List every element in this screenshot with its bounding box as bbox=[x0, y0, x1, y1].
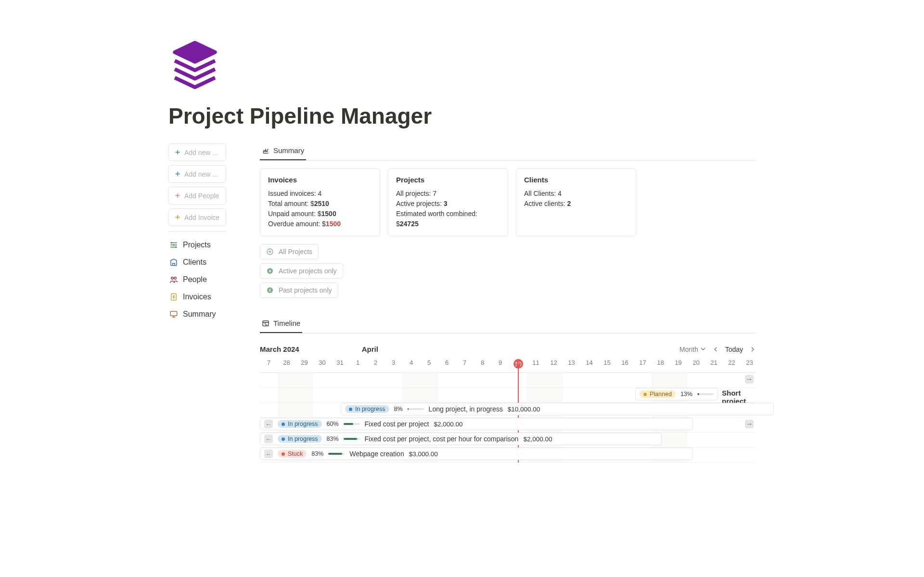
arrow-left-icon: ← bbox=[264, 449, 273, 458]
building-icon bbox=[169, 258, 178, 267]
filter-all-projects[interactable]: All Projects bbox=[260, 244, 319, 259]
status-badge: In progress bbox=[278, 420, 322, 428]
project-cost: $2,000.00 bbox=[434, 421, 462, 428]
timeline-day: 31 bbox=[331, 359, 349, 369]
progress-bar bbox=[344, 423, 360, 425]
nav-summary[interactable]: Summary bbox=[168, 308, 226, 321]
presentation-icon bbox=[169, 310, 178, 319]
card-title: Projects bbox=[396, 176, 500, 184]
plus-icon: ＋ bbox=[174, 212, 180, 222]
timeline-day: 28 bbox=[278, 359, 295, 369]
timeline-day: 5 bbox=[420, 359, 438, 369]
nav-invoices[interactable]: Invoices bbox=[168, 290, 226, 304]
timeline-item[interactable]: ←In progress83%Fixed cost per project, c… bbox=[260, 433, 662, 445]
timeline-day: 22 bbox=[723, 359, 741, 369]
progress-percent: 83% bbox=[311, 450, 323, 457]
timeline-item[interactable]: Planned13% bbox=[635, 388, 718, 400]
timeline-day: 13 bbox=[563, 359, 580, 369]
timeline-day: 4 bbox=[402, 359, 420, 369]
plus-icon: ＋ bbox=[174, 169, 180, 179]
timeline-day: 7 bbox=[260, 359, 278, 369]
card-title: Invoices bbox=[268, 176, 372, 184]
arrow-left-icon: ← bbox=[264, 420, 273, 428]
project-title: Fixed cost per project bbox=[365, 420, 429, 428]
progress-bar bbox=[328, 453, 345, 455]
card-projects[interactable]: Projects All projects: 7 Active projects… bbox=[388, 168, 508, 236]
progress-percent: 13% bbox=[680, 391, 693, 397]
chart-icon bbox=[262, 147, 270, 154]
project-title: Webpage creation bbox=[349, 450, 404, 458]
timeline-row: Planned13%Short project, bbox=[260, 388, 756, 403]
plus-circle-icon bbox=[266, 248, 274, 256]
status-badge: In progress bbox=[345, 405, 389, 413]
timeline-day: 8 bbox=[474, 359, 491, 369]
timeline-day: 15 bbox=[598, 359, 616, 369]
people-icon bbox=[169, 275, 178, 284]
sidebar: ＋Add new ... ＋Add new ... ＋Add People ＋A… bbox=[168, 143, 226, 462]
view-selector[interactable]: Month bbox=[680, 346, 706, 353]
timeline-day: 16 bbox=[616, 359, 634, 369]
progress-bar bbox=[408, 408, 424, 410]
timeline-item[interactable]: In progress8%Long project, in progress$1… bbox=[341, 403, 774, 415]
month-label-2: April bbox=[362, 345, 378, 353]
card-title: Clients bbox=[524, 176, 628, 184]
month-label-1: March 2024 bbox=[260, 345, 299, 353]
filter-active-projects[interactable]: Active projects only bbox=[260, 263, 343, 279]
page-title: Project Pipeline Manager bbox=[168, 103, 756, 129]
card-invoices[interactable]: Invoices Issued invoices: 4 Total amount… bbox=[260, 168, 380, 236]
chevron-right-icon[interactable] bbox=[750, 346, 756, 352]
card-clients[interactable]: Clients All Clients: 4 Active clients: 2 bbox=[516, 168, 636, 236]
invoice-icon bbox=[169, 293, 178, 301]
arrow-right-icon[interactable]: → bbox=[745, 420, 754, 428]
timeline-day: 1 bbox=[349, 359, 367, 369]
timeline-day: 12 bbox=[545, 359, 563, 369]
timeline-icon bbox=[262, 320, 270, 327]
timeline-day: 18 bbox=[652, 359, 669, 369]
add-new-button-1[interactable]: ＋Add new ... bbox=[168, 143, 226, 161]
tab-summary[interactable]: Summary bbox=[260, 143, 306, 160]
project-cost: $3,000.00 bbox=[409, 450, 438, 458]
today-button[interactable]: Today bbox=[725, 346, 743, 353]
project-cost: $2,000.00 bbox=[523, 436, 552, 443]
plus-icon: ＋ bbox=[174, 147, 180, 157]
arrow-right-icon[interactable]: → bbox=[745, 375, 754, 384]
filter-past-projects[interactable]: Past projects only bbox=[260, 282, 338, 298]
timeline-tab-bar: Timeline bbox=[260, 316, 756, 333]
timeline-day: 14 bbox=[580, 359, 598, 369]
project-cost: $10,000.00 bbox=[508, 406, 540, 413]
timeline-row: In progress8%Long project, in progress$1… bbox=[260, 403, 756, 418]
status-badge: Planned bbox=[640, 390, 676, 398]
nav-people[interactable]: People bbox=[168, 273, 226, 286]
add-new-button-2[interactable]: ＋Add new ... bbox=[168, 165, 226, 183]
tab-timeline[interactable]: Timeline bbox=[260, 316, 302, 333]
page-icon bbox=[168, 38, 756, 93]
chevron-down-icon bbox=[700, 346, 706, 352]
timeline-item[interactable]: ←In progress60%Fixed cost per project$2,… bbox=[260, 418, 693, 430]
timeline-row: ←Stuck83%Webpage creation$3,000.00 bbox=[260, 448, 756, 462]
timeline-day: 7 bbox=[456, 359, 474, 369]
timeline-row: ←In progress60%Fixed cost per project$2,… bbox=[260, 418, 756, 433]
timeline-day: 30 bbox=[313, 359, 331, 369]
plus-icon: ＋ bbox=[174, 191, 180, 201]
chevron-left-icon[interactable] bbox=[713, 346, 719, 352]
status-badge: In progress bbox=[278, 435, 322, 443]
nav-clients[interactable]: Clients bbox=[168, 256, 226, 269]
nav-projects[interactable]: Projects bbox=[168, 238, 226, 252]
timeline-day: 20 bbox=[687, 359, 705, 369]
timeline-item[interactable]: ←Stuck83%Webpage creation$3,000.00 bbox=[260, 448, 693, 460]
progress-bar bbox=[344, 438, 360, 440]
add-invoice-button[interactable]: ＋Add Invoice bbox=[168, 208, 226, 226]
timeline-day: 19 bbox=[669, 359, 687, 369]
add-people-button[interactable]: ＋Add People bbox=[168, 187, 226, 205]
summary-tab-bar: Summary bbox=[260, 143, 756, 161]
timeline-day: 11 bbox=[527, 359, 545, 369]
progress-percent: 8% bbox=[394, 406, 403, 412]
timeline-body[interactable]: →Planned13%Short project,In progress8%Lo… bbox=[260, 372, 756, 462]
project-title: Long project, in progress bbox=[429, 405, 503, 413]
project-title: Fixed cost per project, cost per hour fo… bbox=[365, 435, 519, 443]
projects-icon bbox=[169, 241, 178, 249]
timeline-day-header: 7282930311234567891011121314151617181920… bbox=[260, 357, 756, 372]
timeline-row: ←In progress83%Fixed cost per project, c… bbox=[260, 433, 756, 448]
svg-rect-1 bbox=[170, 311, 177, 316]
arrow-circle-icon bbox=[266, 286, 274, 294]
